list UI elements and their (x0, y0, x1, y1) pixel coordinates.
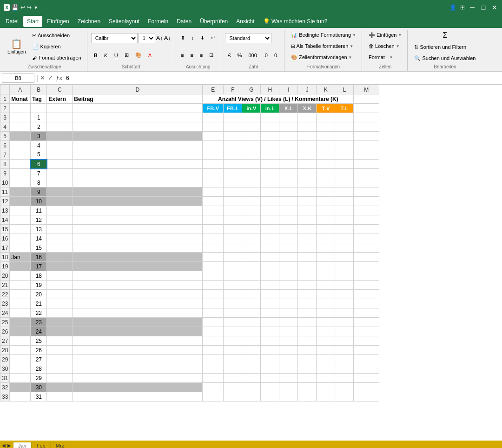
cell-M29[interactable] (354, 355, 379, 364)
cell-F14[interactable] (224, 215, 242, 225)
cell-D31[interactable] (73, 374, 203, 383)
cell-E1-merged[interactable]: Anzahl Views (V) / Likes (L) / Kommentar… (203, 94, 354, 104)
cell-A1[interactable]: Monat (10, 94, 31, 104)
find-button[interactable]: 🔍 Suchen und Auswählen (411, 53, 478, 63)
cell-I13[interactable] (279, 206, 298, 215)
cell-I21[interactable] (279, 281, 298, 290)
cell-E6[interactable] (203, 141, 224, 150)
cell-M31[interactable] (354, 374, 379, 383)
cell-K5[interactable] (317, 132, 335, 141)
cell-D3[interactable] (73, 113, 203, 122)
cell-G29[interactable] (242, 355, 261, 364)
cell-L27[interactable] (335, 336, 354, 346)
cell-H28[interactable] (261, 346, 279, 355)
cell-B24[interactable]: 22 (31, 308, 47, 318)
cell-G31[interactable] (242, 374, 261, 383)
cell-E31[interactable] (203, 374, 224, 383)
cell-F12[interactable] (224, 197, 242, 206)
cell-E17[interactable] (203, 243, 224, 253)
wrap-text-button[interactable]: ↵ (208, 33, 218, 43)
cell-G26[interactable] (242, 327, 261, 336)
col-header-D[interactable]: D (73, 85, 203, 94)
cell-F21[interactable] (224, 281, 242, 290)
confirm-formula-icon[interactable]: ✓ (48, 74, 53, 81)
row-header-18[interactable]: 18 (0, 253, 10, 262)
cell-F32[interactable] (224, 383, 242, 392)
cell-D11[interactable] (73, 187, 203, 197)
row-header-23[interactable]: 23 (0, 299, 10, 308)
cell-M2[interactable] (354, 104, 379, 113)
cell-F24[interactable] (224, 308, 242, 318)
cell-M4[interactable] (354, 122, 379, 132)
cell-G12[interactable] (242, 197, 261, 206)
cell-C33[interactable] (47, 392, 73, 401)
cell-E14[interactable] (203, 215, 224, 225)
cell-styles-button[interactable]: 🎨 Zellenformatvorlagen ▼ (288, 52, 359, 62)
cell-L31[interactable] (335, 374, 354, 383)
menu-start[interactable]: Start (23, 16, 42, 27)
cell-D12[interactable] (73, 197, 203, 206)
cell-G30[interactable] (242, 364, 261, 374)
cell-M26[interactable] (354, 327, 379, 336)
cell-J30[interactable] (298, 364, 317, 374)
insert-function-icon[interactable]: ƒx (56, 74, 62, 81)
cell-A28[interactable] (10, 346, 31, 355)
cell-J26[interactable] (298, 327, 317, 336)
cell-I33[interactable] (279, 392, 298, 401)
border-button[interactable]: ⊞ (122, 50, 132, 60)
cell-B28[interactable]: 26 (31, 346, 47, 355)
cell-J32[interactable] (298, 383, 317, 392)
cell-B33[interactable]: 31 (31, 392, 47, 401)
cell-F22[interactable] (224, 290, 242, 299)
cell-E9[interactable] (203, 169, 224, 178)
cell-C13[interactable] (47, 206, 73, 215)
col-header-A[interactable]: A (10, 85, 31, 94)
cell-K24[interactable] (317, 308, 335, 318)
cell-M17[interactable] (354, 243, 379, 253)
cell-D33[interactable] (73, 392, 203, 401)
cell-L2[interactable]: T-L (335, 104, 354, 113)
cell-D4[interactable] (73, 122, 203, 132)
cell-J22[interactable] (298, 290, 317, 299)
cell-A18[interactable]: Jan (10, 253, 31, 262)
undo-icon[interactable]: ↩ (20, 4, 25, 11)
cell-A25[interactable] (10, 318, 31, 327)
cell-B26[interactable]: 24 (31, 327, 47, 336)
cell-D5[interactable] (73, 132, 203, 141)
cell-E32[interactable] (203, 383, 224, 392)
cell-L18[interactable] (335, 253, 354, 262)
cell-C9[interactable] (47, 169, 73, 178)
sheet-tab-feb[interactable]: Feb (32, 442, 51, 448)
cell-B10[interactable]: 8 (31, 178, 47, 187)
cell-E10[interactable] (203, 178, 224, 187)
row-header-30[interactable]: 30 (0, 364, 10, 374)
cell-D27[interactable] (73, 336, 203, 346)
cell-G11[interactable] (242, 187, 261, 197)
cell-D15[interactable] (73, 225, 203, 234)
col-header-B[interactable]: B (31, 85, 47, 94)
cell-A31[interactable] (10, 374, 31, 383)
cell-I16[interactable] (279, 234, 298, 243)
cell-B12[interactable]: 10 (31, 197, 47, 206)
increase-decimal-button[interactable]: .0 (261, 50, 271, 60)
row-header-8[interactable]: 8 (0, 160, 10, 169)
cell-E22[interactable] (203, 290, 224, 299)
cell-G20[interactable] (242, 271, 261, 281)
cell-F26[interactable] (224, 327, 242, 336)
cell-H18[interactable] (261, 253, 279, 262)
cell-L23[interactable] (335, 299, 354, 308)
cell-E11[interactable] (203, 187, 224, 197)
cell-M20[interactable] (354, 271, 379, 281)
cell-L11[interactable] (335, 187, 354, 197)
row-header-33[interactable]: 33 (0, 392, 10, 401)
cell-H5[interactable] (261, 132, 279, 141)
cell-A2[interactable] (10, 104, 31, 113)
merge-button[interactable]: ⊡ (206, 50, 216, 60)
cell-A5[interactable] (10, 132, 31, 141)
cell-A12[interactable] (10, 197, 31, 206)
row-header-13[interactable]: 13 (0, 206, 10, 215)
cell-F30[interactable] (224, 364, 242, 374)
cell-I24[interactable] (279, 308, 298, 318)
redo-icon[interactable]: ↪ (27, 4, 32, 11)
cell-C1[interactable]: Extern (47, 94, 73, 104)
